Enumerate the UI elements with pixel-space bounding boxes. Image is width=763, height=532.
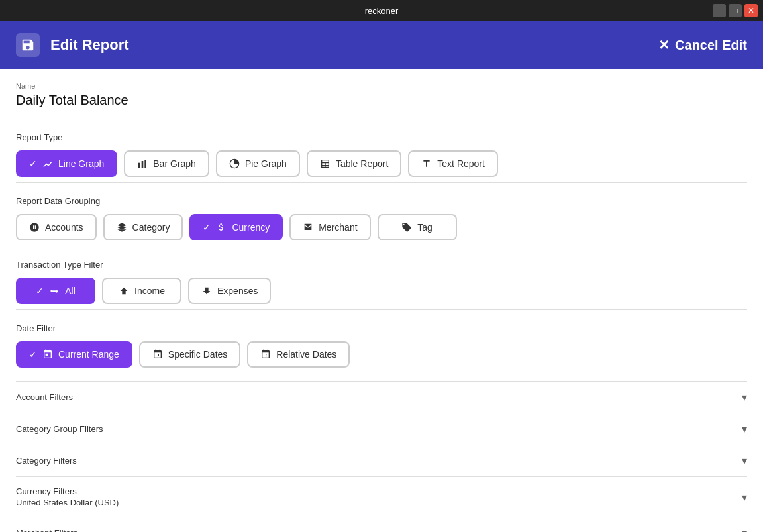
date-current-range[interactable]: ✓ Current Range (16, 341, 132, 368)
category-filters-title: Category Filters (16, 456, 77, 466)
pie-graph-icon (229, 158, 240, 169)
expenses-icon (201, 286, 212, 296)
cancel-edit-button[interactable]: ✕ Cancel Edit (658, 37, 747, 53)
grouping-currency[interactable]: ✓ Currency (189, 214, 283, 240)
app-name: reckoner (365, 6, 399, 16)
data-grouping-label: Report Data Grouping (16, 196, 747, 206)
income-icon (119, 286, 129, 296)
category-label: Category (132, 222, 170, 233)
report-type-bar-graph[interactable]: Bar Graph (124, 150, 209, 177)
tag-label: Tag (417, 222, 432, 233)
expenses-label: Expenses (217, 286, 258, 296)
line-graph-label: Line Graph (58, 158, 104, 169)
content-area: Name Daily Total Balance Report Type ✓ L… (0, 69, 763, 532)
merchant-icon (303, 222, 313, 233)
collapse-category-filters[interactable]: Category Filters▾ (16, 445, 747, 476)
currency-filters-subtitle: United States Dollar (USD) (16, 498, 119, 507)
currency-filters-chevron: ▾ (742, 491, 747, 504)
minimize-button[interactable]: ─ (713, 4, 726, 17)
save-icon (16, 33, 40, 57)
table-report-label: Table Report (336, 158, 388, 169)
name-value: Daily Total Balance (16, 93, 747, 108)
specific-dates-icon (152, 349, 163, 360)
report-type-options: ✓ Line Graph Bar Graph Pie Graph Table R… (16, 150, 747, 177)
category-filters-chevron: ▾ (742, 454, 747, 467)
calendar-icon (42, 349, 53, 360)
svg-rect-1 (142, 161, 144, 168)
transaction-filter-options: ✓ All Income Expenses (16, 278, 747, 304)
header-left: Edit Report (16, 33, 129, 57)
grouping-merchant[interactable]: Merchant (289, 214, 370, 240)
grouping-category[interactable]: Category (103, 214, 183, 240)
pie-graph-label: Pie Graph (245, 158, 287, 169)
relative-dates-label: Relative Dates (276, 349, 336, 360)
collapse-account-filters[interactable]: Account Filters▾ (16, 381, 747, 413)
merchant-filters-chevron: ▾ (742, 527, 747, 532)
merchant-label: Merchant (319, 222, 357, 233)
check-icon: ✓ (29, 158, 37, 169)
specific-dates-label: Specific Dates (168, 349, 227, 360)
filter-expenses[interactable]: Expenses (188, 278, 271, 304)
transaction-filter-divider (16, 309, 747, 310)
grouping-tag[interactable]: Tag (378, 214, 457, 240)
grouping-accounts[interactable]: Accounts (16, 214, 97, 240)
income-label: Income (134, 286, 165, 296)
table-icon (320, 158, 331, 169)
report-type-table[interactable]: Table Report (307, 150, 401, 177)
maximize-button[interactable]: □ (729, 4, 742, 17)
svg-rect-2 (145, 160, 147, 168)
filter-income[interactable]: Income (102, 278, 181, 304)
collapsible-sections: Account Filters▾Category Group Filters▾C… (16, 381, 747, 532)
text-report-label: Text Report (437, 158, 485, 169)
titlebar: reckoner ─ □ ✕ (0, 0, 763, 21)
report-type-section: Report Type ✓ Line Graph Bar Graph Pie G… (16, 133, 747, 183)
collapse-merchant-filters[interactable]: Merchant Filters▾ (16, 517, 747, 532)
transaction-filter-label: Transaction Type Filter (16, 260, 747, 270)
text-icon (421, 158, 432, 169)
current-range-label: Current Range (58, 349, 119, 360)
check-icon: ✓ (36, 286, 44, 296)
accounts-label: Accounts (45, 222, 83, 233)
accounts-icon (29, 222, 40, 233)
collapse-category-group-filters[interactable]: Category Group Filters▾ (16, 413, 747, 445)
date-relative[interactable]: Relative Dates (247, 341, 350, 368)
check-icon: ✓ (203, 222, 211, 233)
category-group-filters-chevron: ▾ (742, 423, 747, 435)
currency-filters-title: Currency Filters (16, 486, 119, 496)
data-grouping-options: Accounts Category ✓ Currency Merchant Ta… (16, 214, 747, 240)
all-icon (49, 286, 60, 296)
report-type-text[interactable]: Text Report (408, 150, 498, 177)
all-label: All (65, 286, 76, 296)
report-type-pie-graph[interactable]: Pie Graph (216, 150, 300, 177)
bar-graph-label: Bar Graph (153, 158, 196, 169)
tag-icon (401, 222, 412, 233)
close-button[interactable]: ✕ (744, 4, 758, 17)
cancel-label: Cancel Edit (675, 38, 747, 53)
name-label: Name (16, 82, 747, 90)
currency-label: Currency (232, 222, 270, 233)
cancel-icon: ✕ (658, 37, 670, 53)
name-section: Name Daily Total Balance (16, 82, 747, 119)
name-divider (16, 119, 747, 119)
check-icon: ✓ (29, 349, 37, 360)
report-type-label: Report Type (16, 133, 747, 142)
window-controls: ─ □ ✕ (713, 4, 758, 17)
report-type-divider (16, 182, 747, 183)
date-filter-label: Date Filter (16, 323, 747, 333)
date-specific[interactable]: Specific Dates (139, 341, 240, 368)
relative-dates-icon (260, 349, 271, 360)
account-filters-chevron: ▾ (742, 391, 747, 403)
data-grouping-section: Report Data Grouping Accounts Category ✓… (16, 196, 747, 246)
data-grouping-divider (16, 246, 747, 246)
line-graph-icon (42, 158, 53, 169)
date-filter-section: Date Filter ✓ Current Range Specific Dat… (16, 323, 747, 368)
account-filters-title: Account Filters (16, 392, 73, 402)
category-group-filters-title: Category Group Filters (16, 424, 103, 434)
filter-all[interactable]: ✓ All (16, 278, 95, 304)
report-type-line-graph[interactable]: ✓ Line Graph (16, 150, 117, 177)
collapse-currency-filters[interactable]: Currency FiltersUnited States Dollar (US… (16, 476, 747, 517)
bar-graph-icon (137, 158, 148, 169)
header: Edit Report ✕ Cancel Edit (0, 21, 763, 69)
merchant-filters-title: Merchant Filters (16, 528, 77, 532)
date-filter-options: ✓ Current Range Specific Dates Relative … (16, 341, 747, 368)
